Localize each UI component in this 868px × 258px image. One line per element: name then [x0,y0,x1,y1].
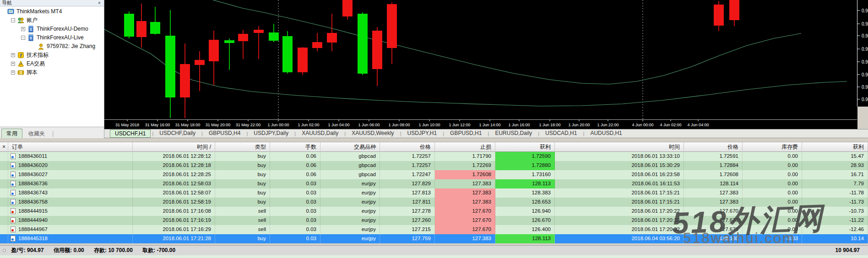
history-row[interactable]: 18884360202018.06.01 12:28:18buy0.06gbpc… [0,161,868,170]
column-header-open_price[interactable]: 价格 [380,142,435,152]
history-cell-close_price: 127.670 [684,216,743,225]
tree-item-thinkmarkets-mt4[interactable]: ThinkMarkets MT4 [0,7,104,16]
column-header-swap[interactable]: 库存费 [743,142,802,152]
history-row[interactable]: 18884449402018.06.01 17:16:19sell0.03eur… [0,216,868,225]
tree-expander-icon[interactable]: - [21,36,25,40]
navigator-tab-favorites[interactable]: 收藏夹 [24,129,49,139]
cell-type: sell [258,226,266,232]
history-row[interactable]: 18884360272018.06.01 12:28:25buy0.06gbpc… [0,170,868,179]
cell-type: buy [257,153,266,159]
order-number: 1888436011 [18,153,47,159]
tree-item--[interactable]: +脚本 [0,68,104,77]
history-cell-open_time: 2018.06.01 12:28:12 [133,152,215,161]
tree-expander-icon[interactable]: + [21,27,25,31]
history-cell-profit: 10.14 [802,234,868,243]
navigator-tab-common[interactable]: 常用 [1,129,22,138]
history-cell-swap: 0.00 [743,225,802,234]
chart-tab-usdchf-h1[interactable]: USDCHF,H1 [110,129,151,138]
tree-item-9759782-jie-zhang[interactable]: 9759782: Jie Zhang [0,42,104,51]
candle-body [136,21,146,37]
history-cell-open_price: 127.829 [380,179,435,188]
chart-tab-usdchf-daily[interactable]: USDCHF,Daily [155,129,200,138]
navigator-title: 导航 [2,0,12,5]
order-number: 1888445318 [18,236,48,241]
history-cell-symbol: eurjpy [320,198,380,207]
candle-body [224,40,234,43]
order-type-icon [11,172,16,177]
cell-profit: -12.46 [849,226,864,232]
order-number: 1888436020 [18,162,48,168]
cell-swap: 0.00 [788,217,798,223]
history-row[interactable]: 18884367582018.06.01 12:58:19buy0.03eurj… [0,198,868,207]
column-header-open_time[interactable]: 时间 / [133,142,215,152]
tree-item-thinkforexau-live[interactable]: -ThinkForexAU-Live [0,33,104,42]
terminal-panel: ×订单时间 /类型手数交易品种价格止损获利时间价格库存费获利 188843601… [0,138,868,258]
cell-open_price: 1.72257 [412,162,431,168]
tree-expander-icon[interactable]: + [11,62,15,66]
status-icon [3,249,6,252]
tree-item--[interactable]: -账户 [0,16,104,25]
chart-tab-usdjpy-daily[interactable]: USDJPY,Daily [249,129,293,138]
cell-sl: 127.383 [472,199,491,204]
terminal-close-icon[interactable]: × [0,142,8,152]
history-cell-open_time: 2018.06.01 17:16:19 [133,216,215,225]
column-header-symbol[interactable]: 交易品种 [320,142,380,152]
order-number: 1888444915 [18,208,48,214]
chart-tab-eurusd-daily[interactable]: EURUSD,Daily [490,129,537,138]
column-header-close_price[interactable]: 价格 [684,142,743,152]
history-cell-symbol: eurjpy [320,188,380,198]
column-header-order[interactable]: 订单 [8,142,133,152]
column-header-tp[interactable]: 获利 [495,142,555,152]
history-row[interactable]: 18884367362018.06.01 12:58:03buy0.03eurj… [0,179,868,188]
cell-sl: 127.383 [472,236,491,241]
column-header-close_time[interactable]: 时间 [555,142,684,152]
chart-tab-gbpusd-h1[interactable]: GBPUSD,H1 [445,129,486,138]
tree-expander-icon[interactable]: - [11,18,15,22]
history-row[interactable]: 18884449152018.06.01 17:16:08sell0.03eur… [0,207,868,216]
price-axis-label: 0.98 [862,33,868,38]
column-header-sl[interactable]: 止损 [435,142,495,152]
tab-separator: | [245,129,249,138]
candle-body [327,33,337,43]
history-cell-open_time: 2018.06.01 17:16:29 [133,225,215,234]
history-cell-tp: 128.113 [495,234,555,243]
cell-open_time: 2018.06.01 17:16:29 [163,226,211,232]
price-chart[interactable]: 0.980.980.980.980.980.980.980.9831 May 2… [104,0,868,129]
cell-profit: 16.71 [851,172,864,177]
history-cell-sl: 127.670 [435,225,495,234]
history-row[interactable]: 18884449672018.06.01 17:16:29sell0.03eur… [0,225,868,234]
history-row[interactable]: 18884360112018.06.01 12:28:12buy0.06gbpc… [0,152,868,161]
navigator-close-icon[interactable]: × [97,0,102,6]
history-cell-close [0,225,8,234]
history-cell-close_price: 128.114 [684,179,743,188]
history-cell-close [0,234,8,243]
order-number: 1888444967 [18,226,48,232]
tree-item--[interactable]: +f技术指标 [0,51,104,59]
chart-tab-gbpusd-h4[interactable]: GBPUSD,H4 [204,129,245,138]
history-cell-order: 1888444940 [8,216,133,225]
history-row[interactable]: 18884367432018.06.01 12:58:07buy0.03eurj… [0,188,868,198]
tree-expander-icon[interactable]: + [11,70,15,75]
history-cell-profit: 15.47 [802,152,868,161]
time-axis-label: 31 May 18:00 [175,123,201,127]
history-cell-symbol: eurjpy [320,234,380,243]
tree-item-ea-[interactable]: +EA交易 [0,59,104,68]
history-cell-close_price: 1.72591 [684,152,743,161]
chart-tab-audusd-h1[interactable]: AUDUSD,H1 [586,129,626,138]
column-header-profit[interactable]: 获利 [802,142,868,152]
cell-lots: 0.06 [306,172,316,177]
tree-item-thinkforexau-demo[interactable]: +ThinkForexAU-Demo [0,25,104,33]
chart-tab-xauusd-daily[interactable]: XAUUSD,Daily [297,129,343,138]
tree-expander-icon[interactable]: + [11,53,15,57]
chart-tab-xauusd-weekly[interactable]: XAUUSD,Weekly [347,129,398,138]
chart-tab-usdjpy-h1[interactable]: USDJPY,H1 [403,129,441,138]
cell-tp: 126.670 [532,217,551,223]
chart-tab-usdcad-h1[interactable]: USDCAD,H1 [541,129,581,138]
candle-body [269,32,279,41]
column-header-type[interactable]: 类型 [215,142,270,152]
tree-item-label: 账户 [27,16,38,25]
history-cell-swap: -0.03 [743,234,802,243]
history-cell-close_time: 2018.06.01 13:33:10 [555,152,684,161]
column-header-lots[interactable]: 手数 [270,142,320,152]
history-row[interactable]: 18884453182018.06.01 17:21:28buy0.03eurj… [0,234,868,243]
